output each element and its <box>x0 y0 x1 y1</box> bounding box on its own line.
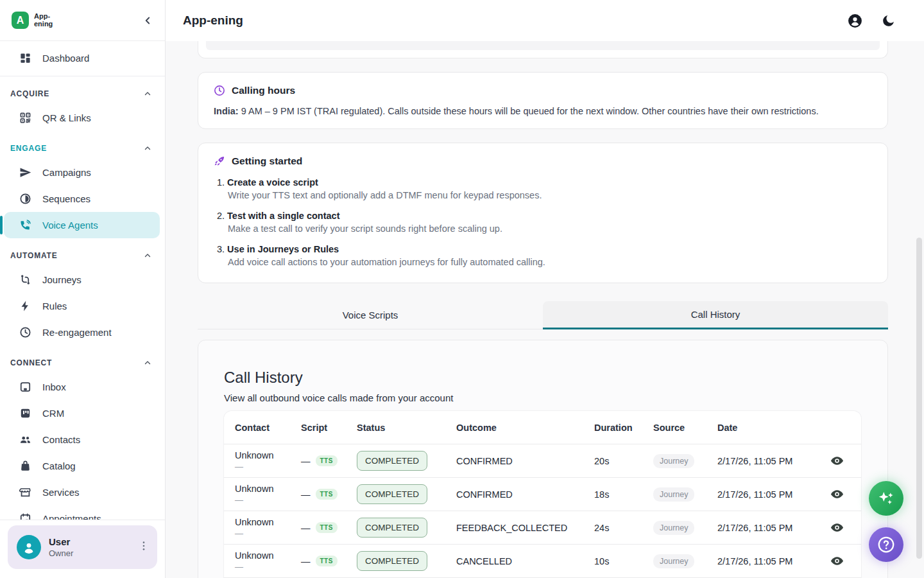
calling-hours-body: India: 9 AM – 9 PM IST (TRAI regulated).… <box>214 106 872 116</box>
user-meta: User Owner <box>49 536 137 558</box>
sidebar-section-automate[interactable]: AUTOMATE <box>0 245 165 267</box>
sidebar-item-campaigns[interactable]: Campaigns <box>0 159 165 186</box>
script-name: — <box>301 556 311 566</box>
sidebar-item-voice-agents[interactable]: Voice Agents <box>4 212 160 238</box>
table-row: Unknown — — TTS COMPLETED FEEDBACK_COLLE… <box>224 511 861 544</box>
sparkles-icon <box>877 489 896 508</box>
tab-bar: Voice Scripts Call History <box>198 301 888 329</box>
sidebar-item-rules[interactable]: Rules <box>0 293 165 319</box>
eye-icon <box>830 520 844 535</box>
user-menu-dots-icon[interactable] <box>137 538 151 556</box>
script-type-badge: TTS <box>316 455 338 466</box>
sidebar-item-journeys[interactable]: Journeys <box>0 267 165 293</box>
step-number: 1. <box>217 177 225 188</box>
sidebar-item-label: Services <box>42 487 80 498</box>
step-title: Create a voice script <box>227 177 318 188</box>
qr-icon <box>19 112 31 125</box>
sidebar: A App- ening Dashboard ACQUIRE <box>0 0 166 578</box>
contact-sub: — <box>235 462 301 471</box>
source-badge: Journey <box>653 554 694 568</box>
sidebar-section-engage[interactable]: ENGAGE <box>0 137 165 159</box>
step-number: 3. <box>217 244 225 254</box>
user-card[interactable]: User Owner <box>8 525 157 569</box>
sidebar-item-services[interactable]: Services <box>0 479 165 505</box>
step-number: 2. <box>217 211 225 221</box>
contact-name: Unknown <box>235 484 301 494</box>
status-badge: COMPLETED <box>357 551 427 571</box>
sidebar-item-label: Voice Agents <box>42 220 98 231</box>
clock-icon <box>19 326 31 339</box>
sequence-circle-icon <box>19 193 31 206</box>
sidebar-item-label: Sequences <box>42 193 90 204</box>
tab-call-history[interactable]: Call History <box>543 301 888 329</box>
sidebar-section-connect[interactable]: CONNECT <box>0 352 165 374</box>
dark-mode-moon-icon[interactable] <box>881 13 896 28</box>
storefront-icon <box>19 486 31 499</box>
send-icon <box>19 166 31 179</box>
table-row: Unknown — — TTS COMPLETED CONFIRMED 18s … <box>224 477 861 511</box>
table-body: Unknown — — TTS COMPLETED CONFIRMED 20s … <box>224 444 861 578</box>
chevron-up-icon <box>143 358 152 367</box>
sidebar-item-label: Rules <box>42 301 67 311</box>
view-details-button[interactable] <box>812 453 861 468</box>
outcome-value: CONFIRMED <box>456 456 594 466</box>
help-button[interactable] <box>869 527 903 562</box>
sidebar-item-sequences[interactable]: Sequences <box>0 186 165 212</box>
call-history-panel: Call History View all outbound voice cal… <box>198 340 888 578</box>
scrollbar-thumb[interactable] <box>916 238 922 559</box>
script-type-badge: TTS <box>316 556 338 566</box>
chevron-up-icon <box>143 251 152 260</box>
outcome-value: CANCELLED <box>456 556 594 566</box>
sidebar-section-acquire[interactable]: ACQUIRE <box>0 83 165 105</box>
ai-assistant-button[interactable] <box>869 481 903 516</box>
dashboard-icon <box>19 52 31 65</box>
sidebar-item-crm[interactable]: CRM <box>0 400 165 426</box>
content: Calling hours India: 9 AM – 9 PM IST (TR… <box>166 41 924 578</box>
contact-sub: — <box>235 529 301 538</box>
sidebar-item-contacts[interactable]: Contacts <box>0 426 165 453</box>
sidebar-item-catalog[interactable]: Catalog <box>0 453 165 479</box>
shopping-bag-icon <box>19 460 31 473</box>
sidebar-divider <box>0 76 165 76</box>
step-title: Test with a single contact <box>227 211 339 221</box>
sidebar-item-dashboard[interactable]: Dashboard <box>0 45 165 71</box>
script-name: — <box>301 523 311 533</box>
section-label: ENGAGE <box>10 144 47 153</box>
script-name: — <box>301 456 311 466</box>
brand-name: App- ening <box>34 13 142 28</box>
sidebar-item-label: Campaigns <box>42 167 91 178</box>
scrolled-card-bottom <box>198 41 888 58</box>
sidebar-collapse-icon[interactable] <box>142 15 153 26</box>
view-details-button[interactable] <box>812 487 861 502</box>
sidebar-item-inbox[interactable]: Inbox <box>0 374 165 400</box>
step-description: Add voice call actions to your automatio… <box>228 257 872 267</box>
sidebar-item-label: QR & Links <box>42 112 91 123</box>
contact-sub: — <box>235 562 301 572</box>
view-details-button[interactable] <box>812 520 861 535</box>
column-header-outcome: Outcome <box>456 423 594 433</box>
step-description: Make a test call to verify your script s… <box>228 223 872 234</box>
contact-sub: — <box>235 495 301 505</box>
calling-hours-country: India: <box>214 106 239 116</box>
script-name: — <box>301 489 311 500</box>
date-value: 2/17/26, 11:05 PM <box>717 523 812 533</box>
sidebar-item-re-engagement[interactable]: Re-engagement <box>0 319 165 346</box>
kanban-icon <box>19 407 31 420</box>
sidebar-item-qr-links[interactable]: QR & Links <box>0 105 165 131</box>
scrolled-card-inner <box>206 41 880 50</box>
inbox-icon <box>19 381 31 394</box>
duration-value: 18s <box>594 489 653 500</box>
tab-voice-scripts[interactable]: Voice Scripts <box>198 301 543 329</box>
column-header-script: Script <box>301 423 357 433</box>
account-icon[interactable] <box>847 13 863 29</box>
view-details-button[interactable] <box>812 554 861 568</box>
sidebar-item-label: Catalog <box>42 460 76 471</box>
call-history-subtitle: View all outbound voice calls made from … <box>224 392 861 403</box>
eye-icon <box>830 487 844 502</box>
source-badge: Journey <box>653 521 694 535</box>
column-header-contact: Contact <box>235 423 301 433</box>
table-row: Unknown — — TTS COMPLETED CONFIRMED 20s … <box>224 444 861 477</box>
getting-started-step: 2.Test with a single contact Make a test… <box>214 211 872 234</box>
step-description: Write your TTS text and optionally add a… <box>228 190 872 200</box>
chevron-up-icon <box>143 89 152 98</box>
